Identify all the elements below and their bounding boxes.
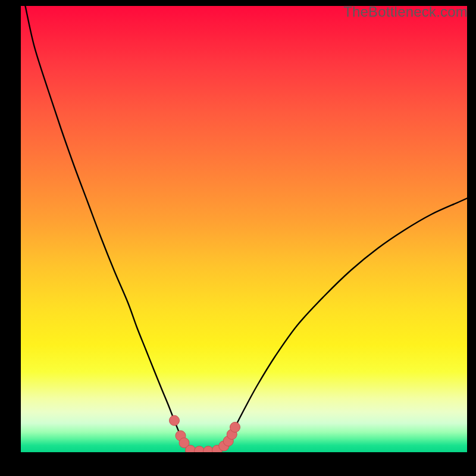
plot-area [21,6,467,452]
watermark-text: TheBottleneck.com [343,4,468,20]
data-marker [170,415,180,425]
data-marker [186,445,196,452]
chart-frame: { "watermark": "TheBottleneck.com", "col… [0,0,476,476]
data-marker [203,446,214,452]
data-marker [195,446,205,452]
data-marker [230,422,240,433]
bottleneck-curve [26,6,468,451]
curve-layer [21,6,467,452]
marker-group [170,415,240,452]
